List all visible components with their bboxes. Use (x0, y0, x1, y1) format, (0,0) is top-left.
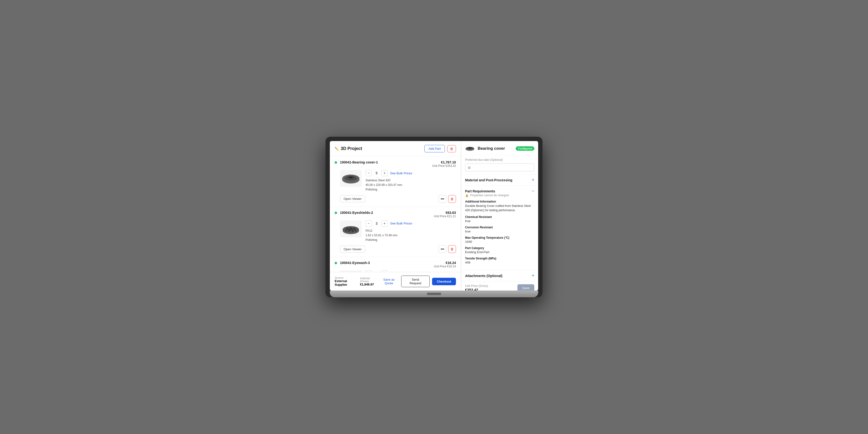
add-part-button[interactable]: Add Part (424, 145, 445, 152)
qty-value-2: 3 (374, 222, 379, 225)
chemical-resistant-label: Chemical Resistant (465, 215, 534, 219)
bulk-prices-link-2[interactable]: See Bulk Prices (390, 222, 412, 225)
send-request-button[interactable]: Send Request (401, 276, 429, 287)
save-quote-button[interactable]: Save as Quote (379, 278, 399, 285)
open-viewer-btn-1[interactable]: Open Viewer (340, 195, 365, 202)
svg-point-13 (352, 230, 353, 232)
additional-info-value: Durable Bearing Cover crafted from Stain… (465, 204, 534, 212)
part-thumbnail-icon (465, 145, 475, 152)
part-price-block-2: €63.63 Unit Price €21.21 (434, 211, 456, 218)
requirements-collapse-btn[interactable]: − (532, 189, 534, 194)
service-label: Service (335, 276, 360, 279)
service-block: Service External Supplier (335, 276, 360, 286)
part-top-3: 100041-Eyewash-3 €16.24 Unit Price €16.2… (335, 261, 456, 272)
delete-item-btn-2[interactable]: 🗑 (448, 245, 456, 253)
material-expand-btn[interactable]: + (532, 178, 534, 183)
project-title-text: 3D Project (341, 146, 362, 151)
attachments-title: Attachments (Optional) (465, 274, 502, 278)
corrosion-resistant-block: Corrosion Resistant true (465, 226, 534, 233)
corrosion-resistant-label: Corrosion Resistant (465, 226, 534, 229)
unit-price-label: Unit Price (Gross) (465, 284, 488, 288)
unit-price-section: Unit Price (Gross) €353.42 Save (461, 281, 538, 290)
calendar-icon: ▦ (468, 166, 471, 169)
svg-point-8 (346, 228, 348, 230)
part-total-1: €1,767.10 (432, 160, 456, 164)
lock-notice: 🔒 Properties cannot be changed (465, 194, 534, 197)
attachments-expand-btn[interactable]: + (532, 273, 534, 278)
part-content-1: − 5 + See Bulk Prices Stainless Steel 42… (340, 170, 456, 192)
parts-list: 100041-Bearing cover-1 €1,767.10 Unit Pr… (330, 156, 461, 272)
part-spec-2: PA12 1.62 x 53.81 x 73.49 mm Polishing (366, 228, 456, 243)
svg-point-12 (348, 230, 350, 232)
part-item-3: 100041-Eyewash-3 €16.24 Unit Price €16.2… (330, 257, 461, 272)
svg-point-5 (349, 177, 352, 178)
svg-point-10 (353, 228, 355, 230)
additional-info-label: Additional Information (465, 200, 534, 203)
part-header-row-3: 100041-Eyewash-3 €16.24 Unit Price €16.2… (340, 261, 456, 268)
part-details-1: − 5 + See Bulk Prices Stainless Steel 42… (366, 170, 456, 192)
qty-row-2: − 3 + See Bulk Prices (366, 220, 456, 227)
qty-value-1: 5 (374, 171, 379, 175)
corrosion-resistant-value: true (465, 229, 534, 233)
part-total-3: €16.24 (434, 261, 456, 265)
part-content-2: − 3 + See Bulk Prices PA12 1.62 x 53.81 … (340, 220, 456, 243)
due-date-input[interactable]: ▦ (465, 163, 534, 172)
svg-point-14 (355, 230, 356, 231)
part-header-row-1: 100041-Bearing cover-1 €1,767.10 Unit Pr… (340, 160, 456, 167)
checkout-button[interactable]: Checkout (432, 278, 456, 285)
material-section-title: Material and Post-Processing (465, 178, 513, 182)
service-value: External Supplier (335, 279, 360, 286)
save-config-button[interactable]: Save (518, 284, 534, 290)
delete-project-button[interactable]: 🗑 (447, 145, 456, 152)
svg-point-15 (348, 228, 354, 231)
right-panel: Bearing cover Configured Preferred due d… (461, 141, 538, 290)
project-title: ✏️ 3D Project (335, 146, 362, 151)
laptop-notch (427, 293, 441, 295)
qty-decrease-2[interactable]: − (366, 220, 372, 227)
requirements-section-row: Part Requirements − (465, 189, 534, 194)
more-options-btn-1[interactable]: ••• (439, 195, 446, 203)
part-main-3: 100041-Eyewash-3 €16.24 Unit Price €16.2… (340, 261, 456, 272)
part-unit-price-3: Unit Price €16.24 (434, 265, 456, 268)
action-icons-1: ••• 🗑 (439, 195, 456, 203)
left-panel: ✏️ 3D Project Add Part 🗑 (330, 141, 461, 290)
part-category-value: Existing End-Part (465, 250, 534, 254)
part-total-2: €63.63 (434, 211, 456, 215)
part-name-3: 100041-Eyewash-3 (340, 261, 370, 265)
subtotal-value: €1,846.97 (360, 283, 379, 286)
subtotal-block: Subtotal (Gross) €1,846.97 (360, 277, 379, 286)
more-options-btn-2[interactable]: ••• (439, 245, 446, 253)
part-details-2: − 3 + See Bulk Prices PA12 1.62 x 53.81 … (366, 220, 456, 243)
qty-increase-1[interactable]: + (381, 170, 388, 176)
part-actions-2: Open Viewer ••• 🗑 (340, 245, 456, 253)
bottom-actions: Save as Quote Send Request Checkout (379, 276, 456, 287)
right-panel-title: Bearing cover (478, 146, 513, 151)
chemical-resistant-block: Chemical Resistant true (465, 215, 534, 223)
qty-increase-2[interactable]: + (381, 220, 388, 227)
max-temp-block: Max Operating Temperature (°C) 1040 (465, 236, 534, 244)
part-name-2: 100041-Eyeshields-2 (340, 211, 373, 215)
tensile-strength-value: 448 (465, 261, 534, 264)
pencil-icon: ✏️ (335, 147, 339, 151)
open-viewer-btn-2[interactable]: Open Viewer (340, 246, 365, 253)
part-category-label: Part Category (465, 246, 534, 250)
qty-decrease-1[interactable]: − (366, 170, 372, 176)
tensile-strength-label: Tensile Strength (MPa) (465, 257, 534, 260)
lock-notice-text: Properties cannot be changed (470, 194, 509, 197)
part-actions-1: Open Viewer ••• 🗑 (340, 195, 456, 203)
qty-row-1: − 5 + See Bulk Prices (366, 170, 456, 176)
material-section-row: Material and Post-Processing + (465, 178, 534, 183)
additional-info-block: Additional Information Durable Bearing C… (465, 200, 534, 212)
bottom-bar: Service External Supplier Subtotal (Gros… (330, 272, 461, 290)
bulk-prices-link-1[interactable]: See Bulk Prices (390, 172, 412, 175)
part-main-2: 100041-Eyeshields-2 €63.63 Unit Price €2… (340, 211, 456, 253)
status-dot-3 (335, 262, 337, 264)
delete-item-btn-1[interactable]: 🗑 (448, 195, 456, 203)
configured-badge: Configured (516, 146, 534, 151)
part-image-1 (340, 170, 362, 187)
part-category-block: Part Category Existing End-Part (465, 246, 534, 254)
status-dot-2 (335, 212, 337, 214)
unit-price-block: Unit Price (Gross) €353.42 (465, 284, 488, 290)
lock-icon: 🔒 (465, 194, 469, 197)
part-top-2: 100041-Eyeshields-2 €63.63 Unit Price €2… (335, 211, 456, 253)
